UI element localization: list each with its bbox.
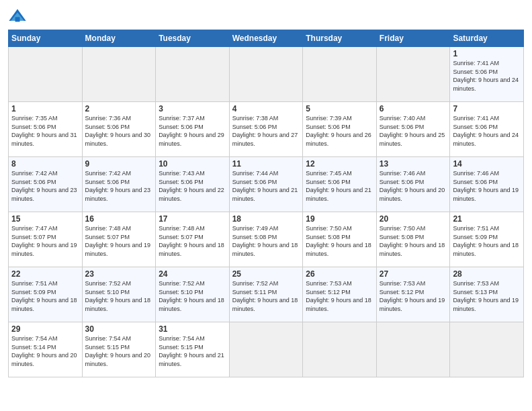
header-cell-thursday: Thursday <box>303 30 377 47</box>
day-number: 10 <box>159 159 226 169</box>
day-cell <box>156 47 230 102</box>
day-detail: Sunrise: 7:54 AMSunset: 5:15 PMDaylight:… <box>159 334 226 368</box>
day-detail: Sunrise: 7:41 AMSunset: 5:06 PMDaylight:… <box>453 114 521 148</box>
day-detail: Sunrise: 7:51 AMSunset: 5:09 PMDaylight:… <box>453 224 521 258</box>
day-detail: Sunrise: 7:48 AMSunset: 5:07 PMDaylight:… <box>159 224 226 258</box>
day-number: 28 <box>453 269 521 279</box>
day-cell: 13 Sunrise: 7:46 AMSunset: 5:06 PMDaylig… <box>376 157 450 212</box>
day-cell: 19 Sunrise: 7:50 AMSunset: 5:08 PMDaylig… <box>303 212 377 267</box>
day-number: 17 <box>159 214 226 224</box>
day-number: 18 <box>232 214 300 224</box>
day-detail: Sunrise: 7:51 AMSunset: 5:09 PMDaylight:… <box>11 279 79 313</box>
day-detail: Sunrise: 7:44 AMSunset: 5:06 PMDaylight:… <box>232 169 300 203</box>
day-detail: Sunrise: 7:42 AMSunset: 5:06 PMDaylight:… <box>85 169 153 203</box>
day-cell <box>303 322 377 377</box>
day-cell: 11 Sunrise: 7:44 AMSunset: 5:06 PMDaylig… <box>229 157 303 212</box>
day-detail: Sunrise: 7:40 AMSunset: 5:06 PMDaylight:… <box>380 114 447 148</box>
logo <box>8 7 28 26</box>
day-number: 26 <box>306 269 373 279</box>
day-cell: 28 Sunrise: 7:53 AMSunset: 5:13 PMDaylig… <box>450 267 524 322</box>
day-detail: Sunrise: 7:42 AMSunset: 5:06 PMDaylight:… <box>11 169 79 203</box>
day-number: 31 <box>159 324 226 334</box>
day-cell: 8 Sunrise: 7:42 AMSunset: 5:06 PMDayligh… <box>9 157 83 212</box>
day-number: 11 <box>232 159 300 169</box>
day-cell: 12 Sunrise: 7:45 AMSunset: 5:06 PMDaylig… <box>303 157 377 212</box>
day-detail: Sunrise: 7:41 AMSunset: 5:06 PMDaylight:… <box>453 59 521 93</box>
day-number: 15 <box>11 214 79 224</box>
day-detail: Sunrise: 7:46 AMSunset: 5:06 PMDaylight:… <box>453 169 521 203</box>
day-cell: 6 Sunrise: 7:40 AMSunset: 5:06 PMDayligh… <box>376 102 450 157</box>
day-number: 1 <box>11 104 79 113</box>
week-row-0: 1 Sunrise: 7:41 AMSunset: 5:06 PMDayligh… <box>9 47 524 102</box>
day-number: 23 <box>85 269 153 279</box>
day-number: 6 <box>380 104 447 113</box>
day-number: 3 <box>159 104 226 113</box>
day-number: 22 <box>11 269 79 279</box>
day-number: 1 <box>453 49 521 58</box>
day-detail: Sunrise: 7:45 AMSunset: 5:06 PMDaylight:… <box>306 169 373 203</box>
day-number: 13 <box>380 159 447 169</box>
day-detail: Sunrise: 7:43 AMSunset: 5:06 PMDaylight:… <box>159 169 226 203</box>
day-cell: 7 Sunrise: 7:41 AMSunset: 5:06 PMDayligh… <box>450 102 524 157</box>
day-cell: 3 Sunrise: 7:37 AMSunset: 5:06 PMDayligh… <box>156 102 230 157</box>
header-cell-monday: Monday <box>82 30 156 47</box>
day-cell: 29 Sunrise: 7:54 AMSunset: 5:14 PMDaylig… <box>9 322 83 377</box>
day-detail: Sunrise: 7:47 AMSunset: 5:07 PMDaylight:… <box>11 224 79 258</box>
day-cell: 4 Sunrise: 7:38 AMSunset: 5:06 PMDayligh… <box>229 102 303 157</box>
day-detail: Sunrise: 7:53 AMSunset: 5:12 PMDaylight:… <box>306 279 373 313</box>
day-detail: Sunrise: 7:53 AMSunset: 5:13 PMDaylight:… <box>453 279 521 313</box>
day-number: 21 <box>453 214 521 224</box>
day-cell <box>82 47 156 102</box>
day-cell: 5 Sunrise: 7:39 AMSunset: 5:06 PMDayligh… <box>303 102 377 157</box>
day-number: 30 <box>85 324 153 334</box>
day-number: 7 <box>453 104 521 113</box>
day-cell <box>303 47 377 102</box>
day-number: 25 <box>232 269 300 279</box>
day-number: 12 <box>306 159 373 169</box>
week-row-4: 22 Sunrise: 7:51 AMSunset: 5:09 PMDaylig… <box>9 267 524 322</box>
day-cell: 18 Sunrise: 7:49 AMSunset: 5:08 PMDaylig… <box>229 212 303 267</box>
day-number: 19 <box>306 214 373 224</box>
day-detail: Sunrise: 7:49 AMSunset: 5:08 PMDaylight:… <box>232 224 300 258</box>
day-detail: Sunrise: 7:50 AMSunset: 5:08 PMDaylight:… <box>380 224 447 258</box>
day-detail: Sunrise: 7:50 AMSunset: 5:08 PMDaylight:… <box>306 224 373 258</box>
header-cell-wednesday: Wednesday <box>229 30 303 47</box>
day-detail: Sunrise: 7:46 AMSunset: 5:06 PMDaylight:… <box>380 169 447 203</box>
day-cell <box>450 322 524 377</box>
day-cell: 23 Sunrise: 7:52 AMSunset: 5:10 PMDaylig… <box>82 267 156 322</box>
day-cell <box>376 322 450 377</box>
day-cell <box>9 47 83 102</box>
day-cell: 1 Sunrise: 7:35 AMSunset: 5:06 PMDayligh… <box>9 102 83 157</box>
week-row-2: 8 Sunrise: 7:42 AMSunset: 5:06 PMDayligh… <box>9 157 524 212</box>
day-cell: 31 Sunrise: 7:54 AMSunset: 5:15 PMDaylig… <box>156 322 230 377</box>
day-cell: 27 Sunrise: 7:53 AMSunset: 5:12 PMDaylig… <box>376 267 450 322</box>
day-number: 16 <box>85 214 153 224</box>
calendar-container: SundayMondayTuesdayWednesdayThursdayFrid… <box>0 0 532 411</box>
day-cell: 17 Sunrise: 7:48 AMSunset: 5:07 PMDaylig… <box>156 212 230 267</box>
header-cell-friday: Friday <box>376 30 450 47</box>
calendar-table: SundayMondayTuesdayWednesdayThursdayFrid… <box>8 30 524 377</box>
day-cell: 24 Sunrise: 7:52 AMSunset: 5:10 PMDaylig… <box>156 267 230 322</box>
day-detail: Sunrise: 7:36 AMSunset: 5:06 PMDaylight:… <box>85 114 153 148</box>
day-cell: 16 Sunrise: 7:48 AMSunset: 5:07 PMDaylig… <box>82 212 156 267</box>
day-number: 9 <box>85 159 153 169</box>
day-number: 4 <box>232 104 300 113</box>
header-row: SundayMondayTuesdayWednesdayThursdayFrid… <box>9 30 524 47</box>
day-cell <box>229 47 303 102</box>
day-number: 24 <box>159 269 226 279</box>
day-detail: Sunrise: 7:52 AMSunset: 5:10 PMDaylight:… <box>85 279 153 313</box>
week-row-1: 1 Sunrise: 7:35 AMSunset: 5:06 PMDayligh… <box>9 102 524 157</box>
week-row-3: 15 Sunrise: 7:47 AMSunset: 5:07 PMDaylig… <box>9 212 524 267</box>
day-number: 20 <box>380 214 447 224</box>
day-cell: 26 Sunrise: 7:53 AMSunset: 5:12 PMDaylig… <box>303 267 377 322</box>
week-row-5: 29 Sunrise: 7:54 AMSunset: 5:14 PMDaylig… <box>9 322 524 377</box>
day-detail: Sunrise: 7:52 AMSunset: 5:11 PMDaylight:… <box>232 279 300 313</box>
day-cell: 15 Sunrise: 7:47 AMSunset: 5:07 PMDaylig… <box>9 212 83 267</box>
day-cell: 20 Sunrise: 7:50 AMSunset: 5:08 PMDaylig… <box>376 212 450 267</box>
day-detail: Sunrise: 7:38 AMSunset: 5:06 PMDaylight:… <box>232 114 300 148</box>
day-cell: 10 Sunrise: 7:43 AMSunset: 5:06 PMDaylig… <box>156 157 230 212</box>
day-detail: Sunrise: 7:53 AMSunset: 5:12 PMDaylight:… <box>380 279 447 313</box>
day-number: 14 <box>453 159 521 169</box>
header-cell-tuesday: Tuesday <box>156 30 230 47</box>
day-detail: Sunrise: 7:52 AMSunset: 5:10 PMDaylight:… <box>159 279 226 313</box>
